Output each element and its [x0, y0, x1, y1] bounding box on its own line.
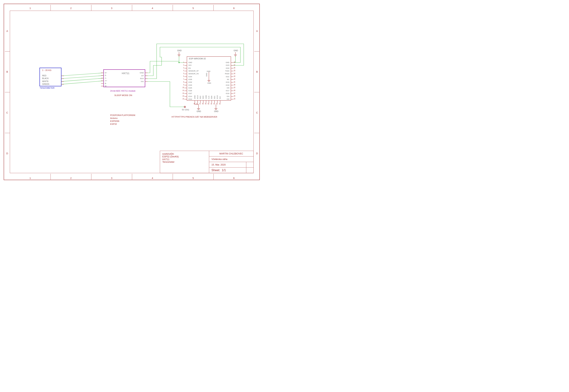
svg-line-33	[61, 78, 104, 82]
svg-text:14: 14	[182, 98, 184, 99]
svg-text:27: 27	[234, 92, 235, 94]
svg-text:IO25: IO25	[188, 87, 192, 89]
svg-text:34: 34	[234, 72, 235, 74]
svg-text:13: 13	[182, 95, 184, 97]
svg-text:E+: E+	[105, 72, 107, 74]
svg-text:38: 38	[234, 61, 235, 63]
svg-text:IO22: IO22	[226, 67, 229, 69]
svg-text:GND: GND	[188, 62, 192, 63]
svg-text:A: A	[6, 30, 8, 32]
svg-text:D: D	[256, 152, 258, 155]
svg-text:GND: GND	[207, 70, 210, 72]
svg-text:IO16: IO16	[226, 93, 229, 95]
svg-text:SD3: SD3	[202, 96, 204, 99]
hx711-sub1: 24-bit ADC HX711 module	[110, 90, 136, 92]
svg-text:11: 11	[182, 89, 184, 91]
gnd-left-top: GND	[177, 49, 181, 56]
caption-platforms-title: PODPORA PLATFORIEM:	[110, 114, 136, 116]
svg-text:A: A	[256, 30, 258, 32]
svg-text:GND: GND	[194, 95, 196, 99]
svg-text:IO15: IO15	[216, 96, 218, 99]
title-project: Včelárska váha	[209, 156, 253, 162]
svg-text:BLACK: BLACK	[42, 77, 49, 80]
svg-text:31: 31	[234, 81, 235, 83]
svg-text:Vcc: Vcc	[141, 80, 144, 82]
svg-text:A-: A-	[105, 77, 107, 79]
svg-text:IO2: IO2	[219, 96, 221, 99]
svg-text:GREEN: GREEN	[42, 83, 49, 85]
svg-text:E-: E-	[105, 74, 107, 76]
svg-text:10: 10	[182, 86, 184, 88]
svg-text:24: 24	[219, 103, 221, 104]
svg-text:20: 20	[207, 103, 209, 104]
svg-text:B: B	[256, 70, 258, 73]
svg-text:37: 37	[234, 64, 235, 66]
gnd-right-top: GND	[234, 49, 238, 56]
svg-text:WHITE: WHITE	[42, 80, 49, 82]
svg-text:IO27: IO27	[188, 93, 192, 95]
svg-text:35: 35	[234, 70, 235, 71]
svg-line-34	[61, 81, 104, 84]
esp-inner-gnd: GND GND GND	[206, 70, 211, 84]
svg-text:5: 5	[193, 177, 194, 180]
svg-text:4: 4	[183, 70, 184, 71]
tenzo-label: TENZOMETER	[40, 87, 55, 89]
hx711-name: HX711	[122, 72, 129, 75]
svg-text:B-: B-	[105, 82, 107, 84]
caption-http: HTTP/HTTPS PRENOS DÁT NA WEBSERVER	[172, 115, 217, 118]
svg-text:SENSOR_VP: SENSOR_VP	[188, 70, 198, 72]
gnd-bottom-1: GND	[197, 104, 201, 112]
title-sheet: Sheet: 1/1	[209, 168, 253, 173]
svg-text:GND: GND	[214, 110, 218, 112]
svg-text:17: 17	[199, 103, 201, 104]
svg-text:30: 30	[234, 84, 235, 85]
svg-text:1: 1	[183, 61, 184, 63]
svg-text:23: 23	[216, 103, 218, 104]
title-hardware: HARDVÉR: ESP32 (DevKit) HX711 Tenzometer	[160, 151, 209, 173]
svg-text:3: 3	[111, 177, 112, 180]
svg-text:4: 4	[152, 7, 153, 10]
svg-text:EN: EN	[188, 67, 191, 69]
svg-text:IO4: IO4	[227, 96, 229, 97]
title-block: HARDVÉR: ESP32 (DevKit) HX711 Tenzometer…	[160, 151, 254, 173]
svg-text:2: 2	[183, 64, 184, 66]
svg-text:IO33: IO33	[188, 84, 192, 86]
svg-text:A+: A+	[105, 80, 107, 82]
svg-text:IO23: IO23	[226, 65, 229, 66]
svg-text:4: 4	[152, 177, 153, 180]
hx711-sub2: SLEEP MODE ON	[114, 94, 132, 96]
svg-text:25: 25	[234, 98, 235, 99]
svg-text:DT: DT	[141, 75, 144, 77]
svg-text:6: 6	[183, 75, 184, 77]
svg-text:2: 2	[70, 177, 72, 180]
svg-text:C: C	[256, 111, 258, 114]
svg-text:IO35: IO35	[188, 79, 192, 80]
svg-text:RXD0: RXD0	[225, 73, 229, 75]
svg-text:NC: NC	[227, 79, 229, 80]
svg-text:32: 32	[234, 78, 235, 80]
svg-text:CMD: CMD	[205, 95, 207, 99]
svg-text:21: 21	[210, 103, 212, 104]
svg-text:1: 1	[29, 177, 31, 180]
svg-text:IO18: IO18	[226, 84, 229, 86]
svg-text:5: 5	[183, 72, 184, 74]
svg-text:2: 2	[70, 7, 72, 10]
svg-text:6: 6	[233, 7, 235, 10]
svg-text:29: 29	[234, 86, 235, 88]
svg-text:TXD0: TXD0	[225, 70, 229, 72]
title-author: MARTIN CHLEBOVEC	[209, 151, 253, 156]
svg-text:9: 9	[183, 84, 184, 85]
gnd-bottom-2: GND	[214, 104, 218, 112]
svg-text:6: 6	[233, 177, 235, 180]
svg-text:1: 1	[29, 7, 31, 10]
svg-text:GND: GND	[226, 62, 229, 63]
svg-text:IO14: IO14	[188, 96, 192, 97]
svg-text:5: 5	[193, 7, 194, 10]
svg-text:IO34: IO34	[188, 76, 192, 78]
svg-text:28: 28	[234, 89, 235, 91]
svg-line-31	[61, 73, 104, 76]
svg-text:IO0: IO0	[227, 98, 229, 100]
vin-5v: 5V (Vin)	[182, 106, 189, 111]
svg-text:GND: GND	[197, 110, 201, 112]
svg-text:3: 3	[111, 7, 112, 10]
